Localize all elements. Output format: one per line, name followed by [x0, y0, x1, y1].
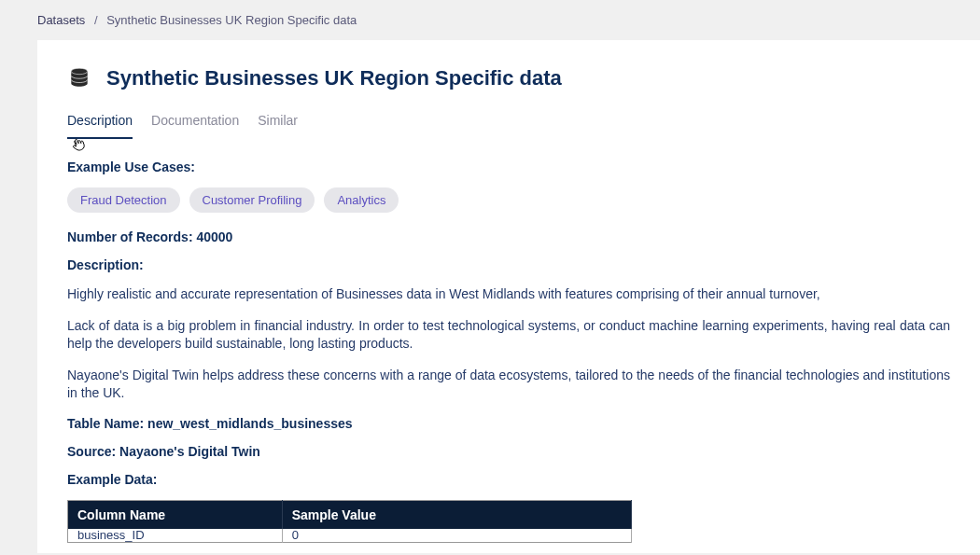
cell-column-name: business_ID: [68, 529, 283, 543]
breadcrumb: Datasets / Synthetic Businesses UK Regio…: [0, 0, 980, 40]
tab-similar[interactable]: Similar: [258, 113, 298, 139]
breadcrumb-current: Synthetic Businesses UK Region Specific …: [106, 13, 357, 27]
source-line: Source: Nayaone's Digital Twin: [67, 444, 950, 459]
records-label: Number of Records:: [67, 229, 193, 244]
example-data-table: Column Name Sample Value business_ID 0: [67, 500, 632, 543]
description-title: Description:: [67, 257, 950, 272]
cell-sample-value: 0: [282, 529, 632, 543]
description-para-2: Lack of data is a big problem in financi…: [67, 317, 950, 354]
breadcrumb-link-datasets[interactable]: Datasets: [37, 13, 85, 27]
example-data-title: Example Data:: [67, 472, 950, 487]
tag-fraud-detection[interactable]: Fraud Detection: [67, 187, 180, 213]
source-value: Nayaone's Digital Twin: [119, 444, 260, 459]
records-line: Number of Records: 40000: [67, 229, 950, 244]
table-header-row: Column Name Sample Value: [68, 500, 632, 529]
cursor-overlay: [67, 139, 950, 150]
tags-row: Fraud Detection Customer Profiling Analy…: [67, 187, 950, 213]
description-para-1: Highly realistic and accurate representa…: [67, 285, 950, 304]
col-header-sample-value: Sample Value: [282, 500, 632, 529]
source-label: Source:: [67, 444, 116, 459]
table-row: business_ID 0: [68, 529, 632, 543]
example-data-table-wrap: Column Name Sample Value business_ID 0: [67, 500, 950, 543]
use-cases-title: Example Use Cases:: [67, 160, 950, 174]
tab-documentation[interactable]: Documentation: [151, 113, 239, 139]
col-header-column-name: Column Name: [68, 500, 283, 529]
table-name-label: Table Name:: [67, 416, 144, 431]
tabs: Description Documentation Similar: [67, 113, 950, 139]
table-name-line: Table Name: new_west_midlands_businesses: [67, 416, 950, 431]
main-card: Synthetic Businesses UK Region Specific …: [37, 40, 980, 553]
table-name-value: new_west_midlands_businesses: [147, 416, 352, 431]
breadcrumb-separator: /: [94, 13, 98, 27]
tag-analytics[interactable]: Analytics: [324, 187, 399, 213]
database-icon: [67, 66, 91, 90]
records-value: 40000: [196, 229, 232, 244]
description-para-3: Nayaone's Digital Twin helps address the…: [67, 367, 950, 403]
page-header: Synthetic Businesses UK Region Specific …: [67, 66, 950, 90]
page-title: Synthetic Businesses UK Region Specific …: [106, 66, 562, 90]
tag-customer-profiling[interactable]: Customer Profiling: [189, 187, 315, 213]
